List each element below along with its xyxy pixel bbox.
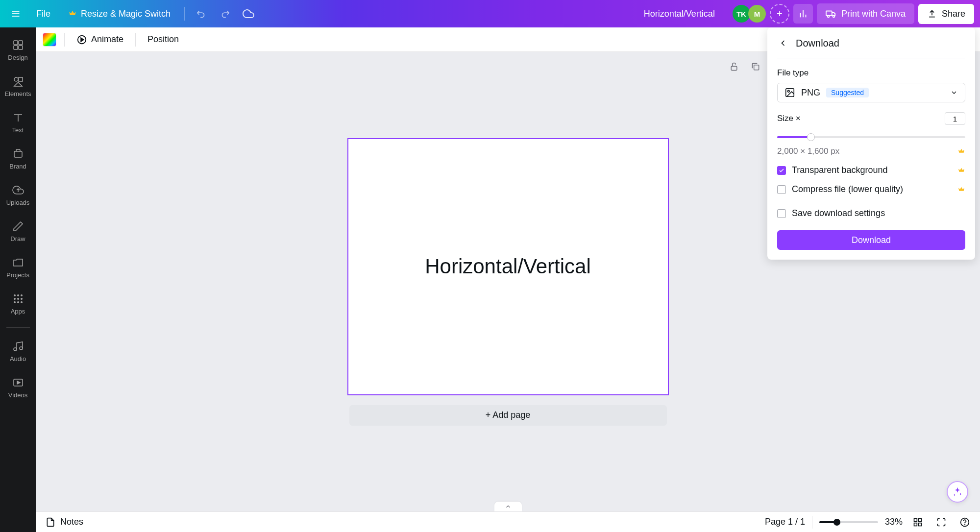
grid-view-button[interactable]: [909, 514, 926, 531]
collapse-tab[interactable]: [494, 502, 522, 511]
print-label: Print with Canva: [841, 9, 906, 19]
svg-rect-38: [914, 523, 917, 526]
svg-point-7: [828, 16, 830, 18]
svg-point-19: [21, 294, 23, 296]
sidebar-label: Brand: [9, 163, 26, 170]
apps-icon: [12, 293, 24, 305]
size-slider[interactable]: [777, 132, 965, 142]
truck-icon: [826, 8, 836, 19]
grid-icon: [913, 517, 923, 527]
background-color-button[interactable]: [43, 33, 56, 47]
file-type-select[interactable]: PNG Suggested: [777, 83, 965, 102]
animate-icon: [76, 34, 87, 45]
fullscreen-button[interactable]: [933, 514, 950, 531]
svg-rect-9: [14, 41, 18, 45]
print-button[interactable]: Print with Canva: [817, 3, 914, 24]
notes-label: Notes: [60, 517, 83, 527]
svg-point-13: [14, 77, 18, 81]
add-page-button[interactable]: + Add page: [349, 405, 667, 426]
sidebar-item-text[interactable]: Text: [0, 105, 36, 140]
videos-icon: [12, 377, 24, 388]
svg-point-20: [14, 298, 16, 300]
uploads-icon: [12, 184, 24, 196]
transparent-checkbox[interactable]: [777, 166, 786, 175]
save-settings-checkbox[interactable]: [777, 209, 786, 218]
redo-button[interactable]: [215, 4, 235, 24]
magic-fab[interactable]: [947, 481, 968, 503]
draw-icon: [12, 220, 24, 232]
svg-marker-31: [81, 38, 84, 41]
canvas-text: Horizontal/Vertical: [425, 255, 590, 278]
cloud-sync-button[interactable]: [239, 4, 258, 24]
resize-label: Resize & Magic Switch: [81, 9, 171, 19]
add-collaborator-button[interactable]: +: [770, 4, 789, 24]
insights-button[interactable]: [793, 4, 813, 24]
zoom-slider[interactable]: [819, 521, 878, 523]
zoom-percent: 33%: [885, 517, 903, 527]
file-menu-button[interactable]: File: [29, 5, 57, 23]
svg-point-25: [21, 301, 23, 303]
svg-point-17: [14, 294, 16, 296]
upload-icon: [927, 9, 937, 19]
menu-button[interactable]: [6, 4, 25, 24]
svg-point-8: [833, 16, 835, 18]
compress-checkbox[interactable]: [777, 185, 786, 194]
svg-rect-16: [14, 151, 22, 157]
lock-button[interactable]: [725, 58, 743, 75]
sidebar-item-draw[interactable]: Draw: [0, 214, 36, 249]
sidebar-item-uploads[interactable]: Uploads: [0, 177, 36, 213]
brand-icon: [12, 148, 24, 160]
panel-back-button[interactable]: [777, 37, 789, 49]
sidebar-item-projects[interactable]: Projects: [0, 250, 36, 285]
sidebar-item-elements[interactable]: Elements: [0, 69, 36, 104]
download-button[interactable]: Download: [777, 230, 965, 250]
duplicate-icon: [751, 62, 760, 72]
download-panel: Download File type PNG Suggested Size × …: [767, 27, 975, 260]
sidebar-label: Draw: [10, 235, 25, 242]
sidebar-item-audio[interactable]: Audio: [0, 334, 36, 369]
sidebar-label: Audio: [10, 355, 26, 363]
panel-title: Download: [796, 38, 839, 49]
share-button[interactable]: Share: [918, 4, 974, 24]
notes-button[interactable]: Notes: [43, 515, 86, 529]
sidebar-item-design[interactable]: Design: [0, 32, 36, 68]
left-sidebar: Design Elements Text Brand Uploads Draw …: [0, 27, 36, 532]
design-title[interactable]: Horizontal/Vertical: [644, 9, 715, 19]
svg-rect-10: [19, 41, 23, 45]
page-indicator: Page 1 / 1: [765, 517, 805, 527]
canvas-page[interactable]: Horizontal/Vertical: [347, 138, 669, 395]
undo-button[interactable]: [192, 4, 211, 24]
animate-button[interactable]: Animate: [73, 31, 127, 48]
svg-rect-6: [826, 11, 832, 16]
svg-rect-12: [19, 46, 23, 49]
position-button[interactable]: Position: [144, 31, 183, 48]
svg-rect-39: [919, 523, 922, 526]
sidebar-item-brand[interactable]: Brand: [0, 141, 36, 176]
resize-magic-button[interactable]: Resize & Magic Switch: [61, 5, 177, 23]
chevron-up-icon: [505, 503, 512, 510]
sidebar-label: Text: [12, 126, 24, 134]
svg-point-35: [787, 90, 789, 92]
sidebar-label: Elements: [4, 90, 31, 97]
top-header: File Resize & Magic Switch Horizontal/Ve…: [0, 0, 980, 27]
svg-rect-14: [19, 77, 23, 81]
svg-point-41: [965, 524, 965, 524]
animate-label: Animate: [91, 34, 123, 45]
compress-label: Compress file (lower quality): [792, 184, 952, 194]
avatar-m[interactable]: M: [748, 5, 766, 23]
sidebar-item-apps[interactable]: Apps: [0, 286, 36, 321]
sparkle-icon: [952, 486, 963, 497]
transparent-label: Transparent background: [792, 165, 952, 175]
sidebar-label: Apps: [11, 308, 25, 315]
duplicate-button[interactable]: [747, 58, 764, 75]
help-button[interactable]: [956, 514, 973, 531]
sec-divider: [135, 33, 136, 47]
svg-marker-29: [17, 381, 20, 384]
sidebar-label: Projects: [6, 271, 29, 279]
svg-point-24: [17, 301, 19, 303]
elements-icon: [12, 75, 24, 87]
sidebar-item-videos[interactable]: Videos: [0, 370, 36, 405]
fullscreen-icon: [936, 517, 946, 527]
size-input[interactable]: [945, 112, 965, 125]
avatar-tk[interactable]: TK: [733, 5, 750, 23]
